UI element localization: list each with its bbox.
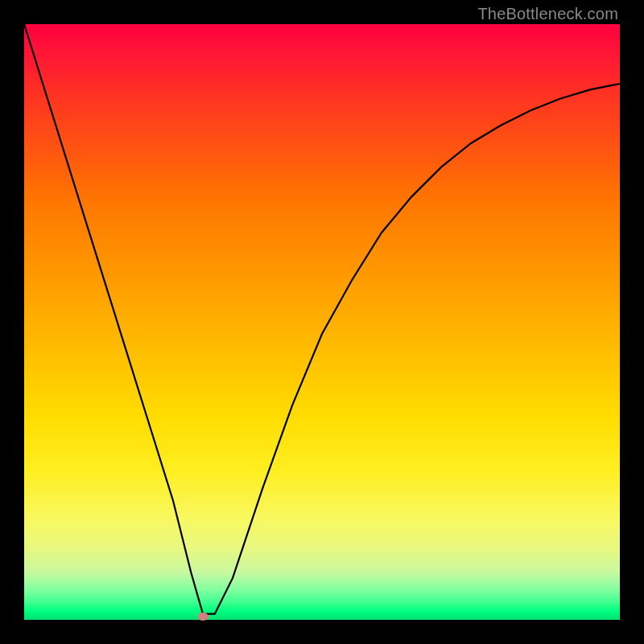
plot-area xyxy=(24,24,620,620)
chart-container: TheBottleneck.com xyxy=(0,0,644,644)
watermark-text: TheBottleneck.com xyxy=(477,5,618,23)
optimal-point-marker xyxy=(197,613,208,621)
bottleneck-curve xyxy=(24,24,620,620)
